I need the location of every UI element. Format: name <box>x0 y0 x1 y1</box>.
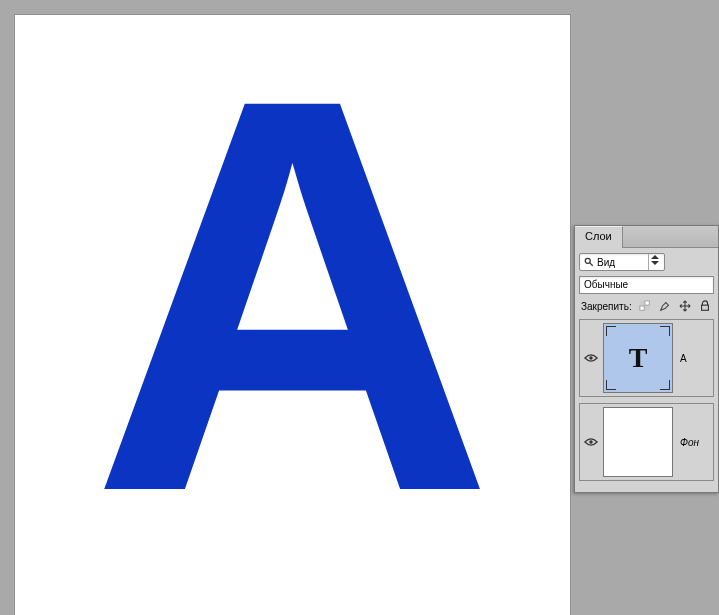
chevron-up-icon <box>651 255 659 259</box>
lock-all-icon[interactable] <box>698 299 712 313</box>
lock-transparency-icon[interactable] <box>638 299 652 313</box>
svg-rect-6 <box>701 305 708 310</box>
svg-point-0 <box>585 258 590 263</box>
svg-line-1 <box>590 263 593 266</box>
search-icon <box>584 257 594 267</box>
layer-filter-combo[interactable]: Вид <box>579 253 665 271</box>
layer-row-text[interactable]: T A <box>579 319 714 397</box>
layer-name[interactable]: A <box>674 353 713 364</box>
layer-thumbnail[interactable] <box>604 408 672 476</box>
layer-thumbnail[interactable]: T <box>604 324 672 392</box>
lock-row: Закрепить: <box>579 299 714 313</box>
svg-rect-5 <box>640 306 644 310</box>
text-layer-icon: T <box>629 342 648 374</box>
lock-paint-icon[interactable] <box>658 299 672 313</box>
lock-label: Закрепить: <box>581 301 632 312</box>
canvas-text-object[interactable]: А <box>90 15 494 575</box>
tab-layers[interactable]: Слои <box>575 226 623 248</box>
chevron-down-icon <box>651 261 659 265</box>
layers-panel: Слои Вид Обычные Закрепить: <box>574 225 719 493</box>
canvas[interactable]: А <box>15 15 570 615</box>
panel-body: Вид Обычные Закрепить: <box>575 248 718 492</box>
layer-name[interactable]: Фон <box>674 437 713 448</box>
svg-rect-3 <box>645 306 649 310</box>
svg-rect-2 <box>640 301 644 305</box>
svg-rect-4 <box>645 301 649 305</box>
svg-point-7 <box>589 356 593 360</box>
lock-move-icon[interactable] <box>678 299 692 313</box>
layer-row-background[interactable]: Фон <box>579 403 714 481</box>
blend-mode-combo[interactable]: Обычные <box>579 276 714 294</box>
filter-label: Вид <box>597 257 646 268</box>
filter-stepper[interactable] <box>648 254 660 270</box>
visibility-eye-icon[interactable] <box>584 437 598 447</box>
panel-tab-strip: Слои <box>575 226 718 248</box>
svg-point-8 <box>589 440 593 444</box>
visibility-eye-icon[interactable] <box>584 353 598 363</box>
